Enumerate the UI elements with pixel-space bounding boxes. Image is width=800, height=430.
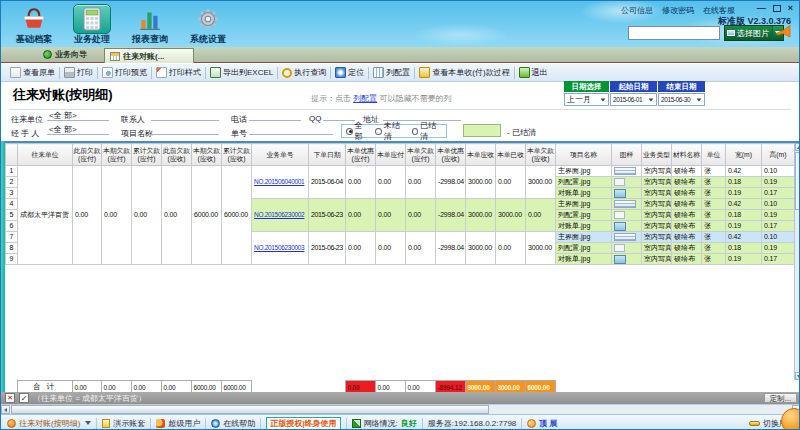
link-company-info[interactable]: 公司信息 [621, 5, 653, 16]
start-date-select[interactable]: 2015-06-01 [610, 93, 657, 106]
col-header[interactable]: 项目名称 [556, 144, 612, 166]
status-online-help[interactable]: 在线帮助 [211, 418, 255, 429]
date-filter: 日期选择 起始日期 结束日期 上一月 2015-06-01 2015-06-30 [564, 81, 706, 106]
pick-image-button[interactable]: 选择图片 [724, 25, 784, 41]
tab-business-wizard[interactable]: 业务向导 [43, 49, 87, 60]
horizontal-scroll-thumb[interactable] [11, 405, 489, 414]
status-extra-links[interactable]: 顶 展 [527, 418, 557, 429]
col-header[interactable]: 业务单号 [252, 144, 309, 166]
project-field[interactable] [151, 124, 219, 135]
nav-system-settings[interactable]: 系统设置 [181, 2, 235, 45]
grid-row[interactable]: 1 成都太平洋百货 0.00 0.00 0.00 0.00 6000.00 60… [6, 166, 795, 177]
customer-name-cell[interactable]: 成都太平洋百货 [18, 166, 73, 265]
bar-chart-icon [131, 4, 169, 34]
unit-field[interactable]: <全 部> [47, 110, 109, 121]
phone-field[interactable] [249, 110, 301, 121]
active-filter-text: （往来单位 = 成都太平洋百货） [33, 393, 146, 404]
status-view-selector[interactable]: 往来对账(按明细) [7, 418, 91, 429]
window-controls: — × [757, 4, 793, 13]
col-header[interactable]: 本单优惠(应收) [436, 144, 466, 166]
col-header[interactable]: 本单应付 [376, 144, 406, 166]
status-user[interactable]: 超级用户 [156, 418, 200, 429]
col-header[interactable]: 累计欠款(应付) [132, 144, 162, 166]
nav-report-query[interactable]: 报表查询 [123, 2, 177, 45]
print-style-icon [156, 67, 167, 78]
tab-reconciliation[interactable]: 往来对账(... [104, 48, 194, 63]
order-no-cell[interactable]: NO.201506230002 [252, 199, 309, 232]
export-excel-button[interactable]: 导出到EXCEL [206, 67, 277, 78]
settled-legend-swatch [463, 124, 501, 137]
user-icon [156, 419, 165, 428]
period-select[interactable]: 上一月 [564, 93, 609, 106]
phone-label: 电话 [231, 114, 247, 125]
scroll-left-button[interactable] [1, 405, 10, 414]
key-icon [749, 421, 760, 426]
col-header[interactable]: 材料名称 [672, 144, 702, 166]
calculator-icon [73, 4, 111, 34]
status-account[interactable]: 演示账套 [102, 418, 145, 429]
col-header[interactable]: 累计欠款(应收) [222, 144, 252, 166]
close-button[interactable]: × [788, 4, 793, 13]
globe-icon [211, 419, 220, 428]
col-header[interactable]: 此前欠款(应付) [73, 144, 102, 166]
item-name-cell[interactable]: 主界面.jpg [556, 166, 612, 177]
col-header[interactable]: 本单应收 [466, 144, 496, 166]
order-no-cell[interactable]: NO.201506040001 [252, 166, 309, 199]
col-header[interactable]: 本单优惠(应付) [346, 144, 376, 166]
order-no-field[interactable] [249, 124, 333, 135]
end-date-select[interactable]: 2015-06-30 [658, 93, 705, 106]
vertical-scrollbar[interactable] [794, 143, 800, 380]
col-header[interactable]: 本单欠款(应收) [526, 144, 556, 166]
scroll-down-button[interactable] [795, 372, 800, 380]
status-server: 服务器:192.168.0.2:7798 [428, 418, 517, 429]
nav-base-archive[interactable]: 基础档案 [7, 2, 61, 45]
col-header[interactable]: 此前欠款(应收) [162, 144, 192, 166]
clear-filter-button[interactable]: × [5, 393, 15, 403]
col-header[interactable]: 宽(m) [726, 144, 762, 166]
print-preview-button[interactable]: 打印预览 [98, 67, 151, 78]
preview-icon [102, 67, 113, 78]
col-header[interactable]: 本单已收 [496, 144, 526, 166]
item-thumb-cell[interactable] [612, 166, 642, 177]
col-header[interactable]: 本期欠款(应付) [102, 144, 132, 166]
order-link[interactable]: NO.201506230002 [254, 211, 304, 218]
horizontal-scrollbar[interactable] [1, 404, 800, 414]
column-config-link[interactable]: 列配置 [353, 94, 377, 103]
column-config-button[interactable]: 列配置 [369, 67, 414, 78]
order-no-cell[interactable]: NO.201506230003 [252, 232, 309, 265]
exit-button[interactable]: 退出 [515, 67, 552, 78]
filter-enabled-checkbox[interactable]: ✓ [19, 393, 29, 403]
minimize-button[interactable]: — [757, 4, 766, 13]
horn-icon[interactable] [776, 24, 792, 43]
print-style-button[interactable]: 打印样式 [152, 67, 205, 78]
run-query-button[interactable]: 执行查询 [278, 67, 330, 78]
view-payment-process-button[interactable]: 查看本单收(付)款过程 [415, 67, 513, 78]
col-header[interactable]: 图样 [612, 144, 642, 166]
col-header[interactable]: 下单日期 [309, 144, 346, 166]
payment-process-icon [419, 67, 430, 78]
col-header[interactable]: 本单欠款(应付) [406, 144, 436, 166]
service-bubble-icon[interactable] [781, 408, 800, 430]
handler-field[interactable]: <全 部> [47, 124, 109, 135]
view-original-button[interactable]: 查看原单 [6, 67, 59, 78]
nav-business-processing[interactable]: 业务处理 [65, 2, 119, 45]
contact-field[interactable] [151, 110, 219, 121]
col-header[interactable]: 业务类型 [642, 144, 672, 166]
col-header[interactable]: 单位 [702, 144, 726, 166]
radio-all[interactable]: 全部 [346, 120, 369, 142]
image-search-input[interactable] [628, 26, 720, 40]
col-header[interactable]: 本期欠款(应收) [192, 144, 222, 166]
order-link[interactable]: NO.201506040001 [254, 178, 304, 185]
order-link[interactable]: NO.201506230003 [254, 244, 304, 251]
col-header[interactable]: 往来单位 [18, 144, 73, 166]
customize-filter-button[interactable]: 定制... [764, 393, 797, 403]
vertical-scroll-thumb[interactable] [795, 152, 800, 210]
link-change-password[interactable]: 修改密码 [662, 5, 694, 16]
col-header[interactable]: 高(m) [762, 144, 795, 166]
print-button[interactable]: 打印 [60, 67, 97, 78]
radio-unsettled[interactable]: 未结清 [375, 120, 405, 142]
radio-settled[interactable]: 已结清 [412, 120, 442, 142]
maximize-button[interactable] [773, 5, 781, 12]
locate-button[interactable]: 定位 [331, 67, 368, 78]
scroll-up-button[interactable] [795, 143, 800, 151]
